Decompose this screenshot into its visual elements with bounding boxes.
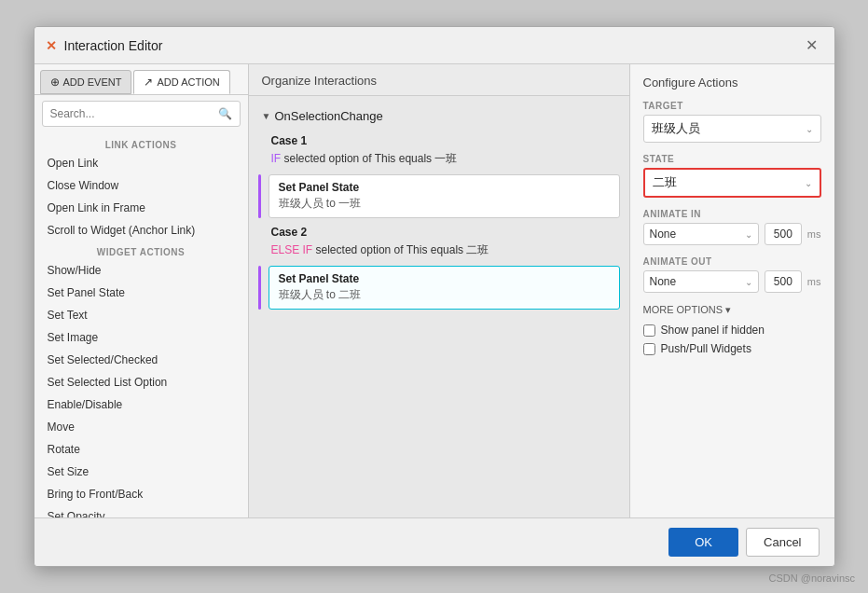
- case1-action-card[interactable]: Set Panel State 班级人员 to 一班: [269, 174, 620, 218]
- dialog-footer: OK Cancel: [34, 517, 834, 566]
- case1-action-detail: 班级人员 to 一班: [279, 196, 610, 212]
- case2-condition: ELSE IF selected option of This equals 二…: [249, 241, 629, 262]
- search-input[interactable]: [50, 107, 218, 120]
- event-name: ▼ OnSelectionChange: [249, 105, 629, 127]
- list-item[interactable]: Open Link: [34, 152, 248, 174]
- widget-actions-label: WIDGET ACTIONS: [34, 241, 248, 259]
- dialog-title: Interaction Editor: [64, 38, 163, 53]
- list-item[interactable]: Set Selected/Checked: [34, 349, 248, 371]
- list-item[interactable]: Set Size: [34, 461, 248, 483]
- animate-out-ms-label: ms: [807, 276, 821, 287]
- left-panel: ⊕ ADD EVENT ↗ ADD ACTION 🔍 LINK ACTIONS …: [34, 64, 249, 517]
- target-field-group: TARGET 班级人员 ⌄: [643, 101, 821, 143]
- title-bar: ✕ Interaction Editor ✕: [34, 27, 834, 64]
- more-options-group: MORE OPTIONS ▾ Show panel if hidden Push…: [643, 304, 821, 361]
- search-bar: 🔍: [42, 101, 241, 127]
- config-header: Configure Actions: [643, 76, 821, 90]
- animate-out-label: ANIMATE OUT: [643, 256, 821, 267]
- dialog-close-button[interactable]: ✕: [800, 34, 823, 56]
- list-item[interactable]: Close Window: [34, 174, 248, 197]
- target-label: TARGET: [643, 101, 821, 111]
- else-if-keyword: ELSE IF: [271, 243, 313, 256]
- animate-in-label: ANIMATE IN: [643, 209, 821, 219]
- case1-action-title: Set Panel State: [279, 181, 610, 194]
- case-block-1: Case 1 IF selected option of This equals…: [249, 131, 629, 218]
- animate-out-chevron-icon: ⌄: [745, 277, 752, 287]
- show-panel-row: Show panel if hidden: [643, 324, 821, 337]
- state-field-group: STATE 二班 ⌄: [643, 154, 821, 198]
- case-block-2: Case 2 ELSE IF selected option of This e…: [249, 222, 629, 310]
- right-panel: Configure Actions TARGET 班级人员 ⌄ STATE 二班…: [629, 64, 834, 517]
- case2-action-title: Set Panel State: [279, 272, 610, 285]
- organize-header: Organize Interactions: [249, 64, 629, 96]
- list-item[interactable]: Rotate: [34, 438, 248, 461]
- animate-in-row: None ⌄ 500 ms: [643, 223, 821, 245]
- case2-action-row: Set Panel State 班级人员 to 二班: [258, 266, 620, 310]
- interactions-content: ▼ OnSelectionChange Case 1 IF selected o…: [249, 96, 629, 517]
- animate-in-ms-input[interactable]: 500: [765, 223, 802, 245]
- case2-action-card[interactable]: Set Panel State 班级人员 to 二班: [269, 266, 620, 310]
- interaction-editor-dialog: ✕ Interaction Editor ✕ ⊕ ADD EVENT ↗ ADD…: [34, 26, 835, 567]
- more-options-label[interactable]: MORE OPTIONS ▾: [643, 304, 821, 316]
- search-icon: 🔍: [218, 107, 232, 120]
- list-item[interactable]: Show/Hide: [34, 259, 248, 282]
- cancel-button[interactable]: Cancel: [746, 528, 819, 557]
- list-item[interactable]: Scroll to Widget (Anchor Link): [34, 219, 248, 241]
- animate-out-select[interactable]: None ⌄: [643, 270, 759, 293]
- state-select[interactable]: 二班 ⌄: [643, 168, 821, 198]
- ok-button[interactable]: OK: [668, 528, 738, 557]
- action-icon: ↗: [144, 76, 153, 89]
- tab-add-action[interactable]: ↗ ADD ACTION: [133, 70, 229, 94]
- list-item[interactable]: Move: [34, 416, 248, 438]
- case1-action-row: Set Panel State 班级人员 to 一班: [258, 174, 620, 218]
- list-item[interactable]: Set Image: [34, 326, 248, 349]
- case2-header: Case 2: [249, 222, 629, 241]
- link-actions-label: LINK ACTIONS: [34, 134, 248, 152]
- push-pull-row: Push/Pull Widgets: [643, 342, 821, 355]
- animate-out-row: None ⌄ 500 ms: [643, 270, 821, 293]
- tab-add-event[interactable]: ⊕ ADD EVENT: [40, 70, 132, 94]
- list-item[interactable]: Set Text: [34, 304, 248, 326]
- case1-bar: [258, 174, 261, 218]
- case1-header: Case 1: [249, 131, 629, 149]
- push-pull-label: Push/Pull Widgets: [661, 342, 751, 355]
- if-keyword: IF: [271, 152, 282, 165]
- animate-out-ms-input[interactable]: 500: [765, 270, 802, 293]
- dialog-body: ⊕ ADD EVENT ↗ ADD ACTION 🔍 LINK ACTIONS …: [34, 64, 834, 517]
- middle-panel: Organize Interactions ▼ OnSelectionChang…: [249, 64, 629, 517]
- case2-bar: [258, 266, 261, 310]
- title-bar-left: ✕ Interaction Editor: [46, 38, 163, 53]
- tab-bar: ⊕ ADD EVENT ↗ ADD ACTION: [34, 64, 248, 95]
- show-panel-checkbox[interactable]: [643, 324, 655, 337]
- case2-action-detail: 班级人员 to 二班: [279, 287, 610, 303]
- animate-in-group: ANIMATE IN None ⌄ 500 ms: [643, 209, 821, 245]
- app-icon: ✕: [46, 38, 57, 53]
- show-panel-label: Show panel if hidden: [661, 324, 765, 337]
- animate-in-ms-label: ms: [807, 228, 821, 240]
- list-item[interactable]: Bring to Front/Back: [34, 483, 248, 505]
- watermark: CSDN @noravinsc: [769, 572, 855, 584]
- state-chevron-icon: ⌄: [805, 178, 812, 188]
- list-item[interactable]: Set Panel State: [34, 282, 248, 304]
- animate-in-chevron-icon: ⌄: [745, 229, 752, 240]
- list-item[interactable]: Enable/Disable: [34, 393, 248, 416]
- target-select[interactable]: 班级人员 ⌄: [643, 115, 821, 143]
- list-item[interactable]: Set Selected List Option: [34, 371, 248, 393]
- collapse-icon[interactable]: ▼: [262, 111, 271, 121]
- animate-out-group: ANIMATE OUT None ⌄ 500 ms: [643, 256, 821, 293]
- target-chevron-icon: ⌄: [806, 124, 813, 134]
- animate-in-select[interactable]: None ⌄: [643, 223, 759, 245]
- event-icon: ⊕: [50, 76, 60, 89]
- list-item[interactable]: Open Link in Frame: [34, 197, 248, 219]
- state-label: STATE: [643, 154, 821, 164]
- case1-condition: IF selected option of This equals 一班: [249, 149, 629, 171]
- list-item[interactable]: Set Opacity: [34, 505, 248, 517]
- push-pull-checkbox[interactable]: [643, 343, 655, 355]
- action-list: LINK ACTIONS Open Link Close Window Open…: [34, 132, 248, 517]
